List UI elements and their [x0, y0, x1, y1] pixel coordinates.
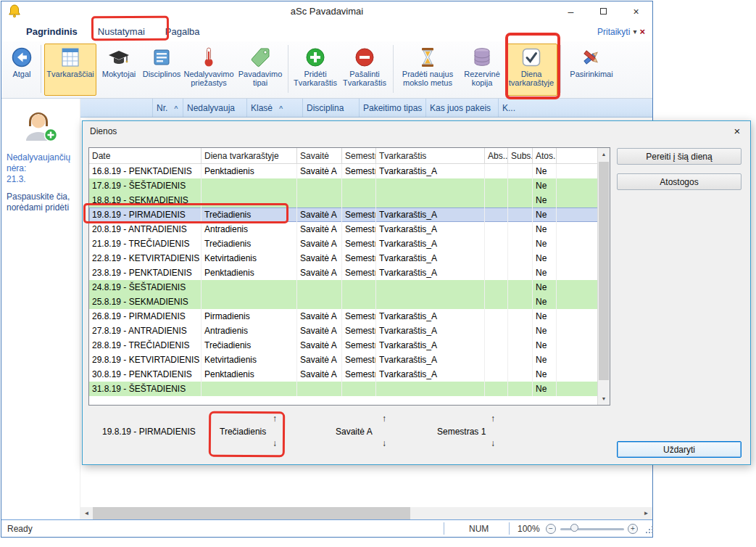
ribbon-button-pasalinti-tvarkarasti[interactable]: Pašalinti Tvarkaraštis — [339, 44, 390, 96]
dienos-dialog: Dienos × Date Diena tvarkaraštyje Savait… — [82, 120, 751, 465]
cell-day-in-timetable — [202, 193, 297, 207]
close-dialog-button[interactable]: Uždaryti — [617, 441, 742, 458]
day-spin-down-button[interactable]: ↓ — [269, 438, 281, 449]
resize-grip[interactable] — [646, 532, 647, 533]
column-header-atos[interactable]: Atos... — [533, 148, 557, 163]
zoom-slider-handle[interactable] — [570, 524, 578, 532]
column-header-semestras[interactable]: Semestras — [342, 148, 376, 163]
table-row[interactable]: 24.8.19 - ŠEŠTADIENIS Ne — [89, 280, 599, 295]
table-row[interactable]: 30.8.19 - PENKTADIENIS Penktadienis Sava… — [89, 367, 599, 382]
table-row[interactable]: 25.8.19 - SEKMADIENIS Ne — [89, 295, 599, 309]
column-header-disciplina[interactable]: Disciplina — [303, 99, 360, 117]
column-header-tvarkarastis[interactable]: Tvarkaraštis — [376, 148, 485, 163]
column-header-date[interactable]: Date — [89, 148, 202, 163]
cell-week — [297, 382, 342, 396]
cell-atos: Ne — [533, 251, 557, 266]
scrollbar-track[interactable] — [410, 507, 640, 519]
semester-spin-up-button[interactable]: ↑ — [487, 414, 499, 424]
scrollbar-track[interactable] — [598, 160, 610, 392]
close-button[interactable]: × — [620, 1, 652, 21]
column-header-nedalyvauja[interactable]: Nedalyvauja — [183, 99, 247, 117]
ribbon-button-atgal[interactable]: Atgal — [6, 44, 38, 96]
cell-date: 16.8.19 - PENKTADIENIS — [89, 164, 202, 178]
ribbon-button-pavadavimo-tipai[interactable]: Pavadavimo tipai — [236, 44, 285, 96]
week-spin-up-button[interactable]: ↑ — [378, 414, 390, 424]
close-ribbon-icon[interactable]: × — [639, 26, 645, 37]
goto-day-button[interactable]: Pereiti į šią dieną — [617, 148, 742, 165]
ribbon-button-mokytojai[interactable]: Mokytojai — [96, 44, 141, 96]
scroll-up-icon[interactable]: ▲ — [598, 148, 610, 160]
cell-subs — [508, 338, 533, 353]
ribbon-button-prideti-tvarkarasti[interactable]: Pridėti Tvarkaraštis — [291, 44, 339, 96]
column-header-kas-juos-pakeis[interactable]: Kas juos pakeis — [426, 99, 499, 117]
table-row[interactable]: 16.8.19 - PENKTADIENIS Penktadienis Sava… — [89, 164, 599, 178]
table-row[interactable]: 31.8.19 - ŠEŠTADIENIS Ne — [89, 382, 599, 396]
ribbon-button-nedalyvavimo-priezastys[interactable]: Nedalyvavimo priežastys — [182, 44, 236, 96]
ribbon-button-disciplinos[interactable]: Disciplinos — [141, 44, 182, 96]
vertical-scrollbar[interactable]: ▲ ▼ — [597, 148, 610, 405]
horizontal-scrollbar[interactable]: ◄ ► — [80, 507, 652, 519]
cell-date: 29.8.19 - KETVIRTADIENIS — [89, 353, 202, 367]
table-row[interactable]: 27.8.19 - ANTRADIENIS Antradienis Savait… — [89, 324, 599, 338]
table-row[interactable]: 26.8.19 - PIRMADIENIS Pirmadienis Savait… — [89, 309, 599, 324]
column-header-subs[interactable]: Subs... — [508, 148, 533, 163]
cell-atos: Ne — [533, 280, 557, 295]
ribbon-tabs: Pagrindinis Nustatymai Pagalba Pritaikyt… — [1, 21, 652, 41]
column-header-pakeitimo-tipas[interactable]: Pakeitimo tipas — [360, 99, 426, 117]
ribbon-button-tvarkarasciai[interactable]: Tvarkaraščiai — [44, 44, 96, 96]
table-row[interactable]: 29.8.19 - KETVIRTADIENIS Ketvirtadienis … — [89, 353, 599, 367]
table-row[interactable]: 18.8.19 - SEKMADIENIS Ne — [89, 193, 599, 207]
ribbon-button-pasirinkimai[interactable]: Pasirinkimai — [564, 44, 619, 96]
ribbon-separator — [393, 45, 394, 93]
dialog-title: Dienos — [90, 126, 117, 136]
cell-week: Savaitė A — [297, 207, 342, 222]
column-header-nr[interactable]: Nr.^ — [153, 99, 183, 117]
sidebar: Nedalyvaujančių nėra: 21.3. Paspauskite … — [1, 99, 80, 519]
thermometer-icon — [197, 46, 220, 69]
scrollbar-thumb[interactable] — [93, 507, 410, 519]
scroll-left-icon[interactable]: ◄ — [80, 507, 93, 519]
add-absent-person-icon[interactable] — [19, 107, 59, 142]
tab-pagalba[interactable]: Pagalba — [155, 22, 210, 41]
table-row[interactable]: 22.8.19 - KETVIRTADIENIS Ketvirtadienis … — [89, 251, 599, 266]
day-spin-up-button[interactable]: ↑ — [269, 414, 281, 424]
cell-subs — [508, 382, 533, 396]
cell-timetable — [376, 382, 485, 396]
table-row[interactable]: 17.8.19 - ŠEŠTADIENIS Ne — [89, 178, 599, 193]
zoom-in-button[interactable]: + — [628, 524, 638, 534]
ribbon-separator — [41, 45, 41, 93]
cell-timetable: Tvarkaraštis_A — [376, 266, 485, 280]
semester-spin-down-button[interactable]: ↓ — [487, 438, 499, 449]
cell-semester: Semestr... — [342, 237, 376, 251]
scroll-right-icon[interactable]: ► — [640, 507, 652, 519]
column-header-diena-tvarkarastyje[interactable]: Diena tvarkaraštyje — [202, 148, 297, 163]
minimize-button[interactable]: – — [554, 1, 587, 21]
maximize-button[interactable] — [587, 1, 620, 21]
ribbon-button-rezervine-kopija[interactable]: Rezervinė kopija — [459, 44, 505, 96]
tab-pagrindinis[interactable]: Pagrindinis — [16, 22, 88, 41]
column-header-savaite[interactable]: Savaitė — [297, 148, 342, 163]
table-row[interactable]: 28.8.19 - TREČIADIENIS Trečiadienis Sava… — [89, 338, 599, 353]
column-header-k[interactable]: K... — [499, 99, 652, 117]
holidays-button[interactable]: Atostogos — [617, 173, 742, 190]
table-row[interactable]: 21.8.19 - TREČIADIENIS Trečiadienis Sava… — [89, 237, 599, 251]
ribbon-button-diena-tvarkarastyje[interactable]: Diena tvarkaraštyje — [505, 44, 557, 96]
table-row[interactable]: 20.8.19 - ANTRADIENIS Antradienis Savait… — [89, 222, 599, 237]
table-row[interactable]: 19.8.19 - PIRMADIENIS Trečiadienis Savai… — [89, 207, 599, 222]
scroll-down-icon[interactable]: ▼ — [598, 392, 610, 405]
customize-menu[interactable]: Pritaikyti ▾ × — [597, 26, 645, 37]
ribbon-button-pradeti-naujus-mokslo-metus[interactable]: Pradėti naujus mokslo metus — [396, 44, 459, 96]
column-header-klase[interactable]: Klasė^ — [247, 99, 303, 117]
scrollbar-thumb[interactable] — [599, 162, 609, 380]
table-row[interactable]: 23.8.19 - PENKTADIENIS Penktadienis Sava… — [89, 266, 599, 280]
column-header-abs[interactable]: Abs... — [485, 148, 508, 163]
pencils-icon — [580, 46, 603, 69]
cell-week: Savaitė A — [297, 251, 342, 266]
zoom-out-button[interactable]: − — [546, 524, 556, 534]
week-spin-down-button[interactable]: ↓ — [378, 438, 390, 449]
tab-nustatymai[interactable]: Nustatymai — [88, 22, 155, 41]
cell-date: 23.8.19 - PENKTADIENIS — [89, 266, 202, 280]
add-absence-hint[interactable]: Paspauskite čia, norėdami pridėti — [7, 192, 78, 213]
cell-subs — [508, 324, 533, 338]
dialog-close-button[interactable]: × — [730, 124, 744, 139]
